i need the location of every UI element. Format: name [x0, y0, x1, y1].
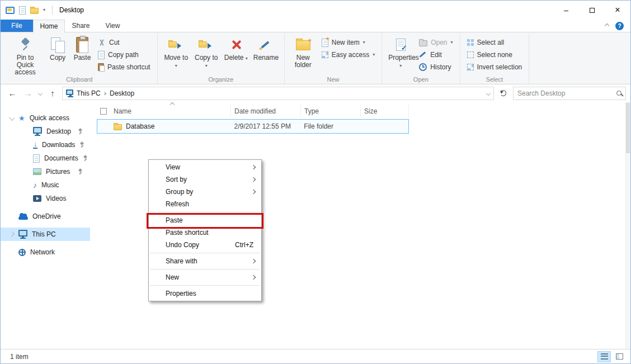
new-item-button[interactable]: ★ New item ▾: [318, 36, 378, 49]
open-button[interactable]: Open ▾: [416, 36, 456, 49]
breadcrumb-this-pc[interactable]: This PC: [77, 89, 101, 97]
ribbon-collapse-chevron-icon[interactable]: [605, 23, 609, 28]
qat-chevron-down-icon[interactable]: ▾: [43, 8, 45, 12]
cut-button[interactable]: Cut: [95, 36, 154, 49]
up-button[interactable]: ↑: [45, 87, 60, 100]
column-header-name[interactable]: Name: [110, 105, 231, 117]
sidebar-item-videos[interactable]: Videos: [1, 192, 90, 205]
move-to-button[interactable]: Move to ▾: [161, 35, 191, 69]
paste-shortcut-button[interactable]: Paste shortcut: [95, 61, 154, 73]
tab-share[interactable]: Share: [65, 20, 97, 32]
delete-button[interactable]: Delete ▾: [222, 35, 251, 62]
sidebar-item-onedrive[interactable]: OneDrive: [1, 210, 90, 223]
close-button[interactable]: ×: [605, 1, 630, 20]
sidebar-item-this-pc[interactable]: This PC: [1, 228, 90, 241]
sidebar-item-documents[interactable]: Documents: [1, 152, 90, 165]
search-input[interactable]: [517, 89, 613, 97]
pictures-icon: [33, 168, 41, 175]
chevron-right-icon[interactable]: [9, 231, 15, 237]
menu-separator: [150, 253, 260, 253]
breadcrumb[interactable]: This PC › Desktop: [62, 87, 494, 100]
sidebar-item-music[interactable]: ♪ Music: [1, 178, 90, 192]
ribbon-group-open: ✓ Properties ▾ Open ▾ Edit History Open: [382, 34, 460, 84]
help-button[interactable]: ?: [615, 22, 624, 30]
menu-item-sort-by[interactable]: Sort by: [149, 173, 261, 186]
menu-item-label: View: [166, 163, 180, 171]
explorer-icon: [6, 7, 15, 14]
ribbon-group-select: Select all Select none Invert selection …: [460, 34, 530, 84]
tab-file[interactable]: File: [1, 20, 33, 32]
edit-button[interactable]: Edit: [416, 49, 456, 61]
tab-view[interactable]: View: [97, 20, 129, 32]
tab-home[interactable]: Home: [33, 20, 65, 32]
chevron-down-icon[interactable]: [9, 115, 15, 121]
vertical-scrollbar[interactable]: [625, 102, 630, 349]
menu-item-new[interactable]: New: [149, 271, 261, 283]
history-button[interactable]: History: [416, 61, 456, 73]
sidebar-item-network[interactable]: Network: [1, 245, 90, 259]
menu-item-refresh[interactable]: Refresh: [149, 198, 261, 210]
column-header-date-modified[interactable]: Date modified: [231, 105, 301, 117]
sidebar-item-pictures[interactable]: Pictures: [1, 165, 90, 178]
properties-button[interactable]: ✓ Properties ▾: [385, 35, 416, 69]
sidebar-item-quick-access[interactable]: ★ Quick access: [1, 111, 90, 125]
refresh-icon: [500, 90, 506, 96]
menu-item-paste[interactable]: Paste: [149, 214, 261, 226]
easy-access-button[interactable]: Easy access ▾: [318, 49, 378, 61]
rename-button[interactable]: Rename: [251, 35, 281, 62]
back-button[interactable]: ←: [5, 87, 20, 100]
recent-locations-button[interactable]: [36, 87, 44, 100]
large-icons-view-button[interactable]: [613, 351, 626, 362]
scrollbar-thumb[interactable]: [626, 103, 630, 153]
header-checkbox-cell[interactable]: [97, 105, 110, 117]
file-name: Database: [126, 122, 154, 130]
paste-button[interactable]: Paste: [70, 35, 95, 62]
copy-path-button[interactable]: Copy path: [95, 49, 154, 61]
chevron-down-icon: ▾: [175, 63, 177, 68]
breadcrumb-desktop[interactable]: Desktop: [110, 89, 134, 97]
forward-button[interactable]: →: [21, 87, 35, 100]
menu-item-group-by[interactable]: Group by: [149, 186, 261, 198]
move-to-icon: [168, 39, 184, 50]
pin-to-quick-access-button[interactable]: Pin to Quick access: [5, 35, 45, 76]
quick-access-toolbar: ▾ Desktop: [1, 6, 84, 15]
refresh-button[interactable]: [496, 87, 510, 100]
sidebar-item-desktop[interactable]: Desktop: [1, 125, 90, 138]
open-group-label: Open: [382, 76, 459, 83]
view-toggle-buttons: [597, 351, 626, 362]
column-header-label: Size: [364, 107, 377, 115]
menu-item-undo-copy[interactable]: Undo Copy Ctrl+Z: [149, 239, 261, 251]
invert-selection-button[interactable]: Invert selection: [464, 61, 526, 73]
menu-item-properties[interactable]: Properties: [149, 287, 261, 300]
select-group-label: Select: [460, 76, 529, 83]
minimize-button[interactable]: –: [553, 1, 579, 20]
address-dropdown-chevron-icon[interactable]: [486, 91, 491, 95]
menu-item-view[interactable]: View: [149, 161, 261, 173]
sidebar-item-downloads[interactable]: ↓ Downloads: [1, 138, 90, 152]
menu-item-label: Undo Copy: [166, 241, 199, 249]
maximize-button[interactable]: [579, 1, 605, 20]
file-type: File folder: [304, 122, 333, 130]
menu-separator: [150, 285, 260, 286]
column-header-size[interactable]: Size: [361, 105, 409, 117]
chevron-down-icon: ▾: [373, 53, 375, 57]
details-view-button[interactable]: [597, 351, 611, 362]
table-row-database[interactable]: Database 2/9/2017 12:55 PM File folder: [97, 119, 409, 134]
copy-button[interactable]: Copy: [45, 35, 70, 62]
pin-icon: [78, 169, 83, 175]
menu-item-share-with[interactable]: Share with: [149, 255, 261, 267]
main-area: ★ Quick access Desktop ↓ Downloads Docum…: [1, 102, 630, 349]
select-none-button[interactable]: Select none: [464, 49, 526, 61]
new-folder-button[interactable]: ★ New folder: [288, 35, 318, 69]
select-all-button[interactable]: Select all: [464, 36, 526, 49]
back-icon: ←: [8, 88, 17, 98]
menu-item-paste-shortcut[interactable]: Paste shortcut: [149, 226, 261, 239]
search-icon[interactable]: [616, 91, 621, 96]
select-all-checkbox[interactable]: [100, 108, 107, 115]
ribbon-tab-row: File Home Share View ?: [1, 20, 630, 32]
copy-to-button[interactable]: Copy to ▾: [191, 35, 222, 69]
details-view-icon: [601, 353, 608, 360]
qat-folder-icon[interactable]: [30, 8, 39, 14]
column-header-type[interactable]: Type: [301, 105, 361, 117]
qat-page-icon[interactable]: [19, 6, 26, 15]
